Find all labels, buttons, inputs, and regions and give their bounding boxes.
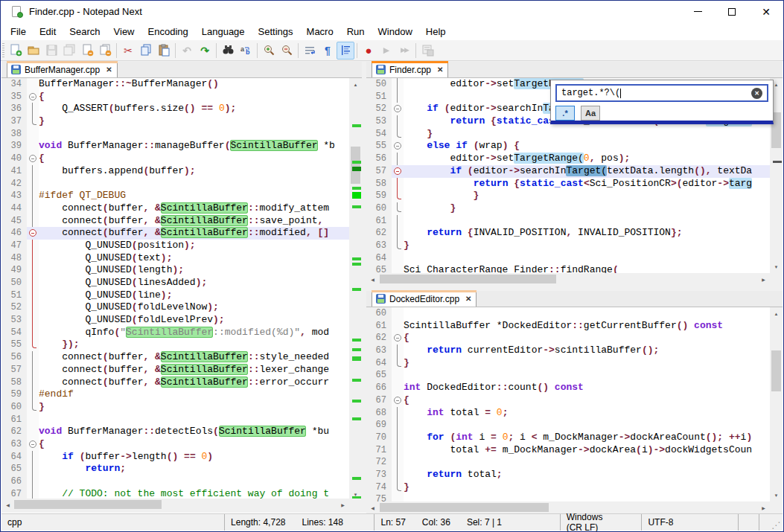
code-line[interactable]: 55 else if (wrap) {	[366, 140, 770, 153]
scrollbar-thumb[interactable]	[351, 147, 360, 184]
code-line[interactable]: 60 }	[366, 202, 770, 215]
code-line[interactable]: 62{	[366, 332, 770, 344]
replace-button[interactable]: ab	[237, 42, 255, 60]
macro-run-multiple-button[interactable]: ▶▶	[395, 42, 413, 60]
code-line[interactable]: 53 Q_UNUSED(foldLevelPrev);	[1, 314, 349, 327]
code-line[interactable]: 67{	[366, 394, 770, 407]
open-file-button[interactable]	[25, 42, 42, 60]
code-line[interactable]: 58 return {static_cast<Sci_PositionCR>(e…	[366, 178, 770, 190]
code-line[interactable]: 74}	[366, 481, 770, 494]
minimize-button[interactable]	[681, 1, 715, 22]
status-cursor-position[interactable]: Ln: 57 Col: 36 Sel: 7 | 1	[374, 514, 559, 531]
horizontal-scrollbar[interactable]: ◀ ▶	[1, 499, 349, 510]
macro-record-button[interactable]: ●	[360, 42, 377, 60]
code-line[interactable]: 57 connect(buffer, &ScintillaBuffer::lex…	[1, 364, 349, 376]
code-editor-buffermanager[interactable]: 34BufferManager::~BufferManager()35{36 Q…	[1, 78, 349, 501]
code-line[interactable]: 36 Q_ASSERT(buffers.size() == 0);	[1, 103, 349, 115]
scrollbar-thumb[interactable]	[771, 350, 781, 391]
status-eol-mode[interactable]: Windows (CR LF)	[560, 514, 642, 531]
code-line[interactable]: 65Sci_CharacterRange Finder::findRange(	[366, 264, 770, 273]
save-all-button[interactable]	[60, 42, 78, 60]
save-button[interactable]	[42, 42, 60, 60]
zoom-out-button[interactable]	[278, 42, 296, 60]
menu-search[interactable]: Search	[63, 24, 106, 39]
scrollbar-thumb[interactable]	[380, 503, 549, 512]
clear-search-button[interactable]: ✕	[751, 88, 762, 99]
code-line[interactable]: 43#ifdef QT_DEBUG	[1, 190, 349, 202]
scroll-up-arrow[interactable]: ▲	[349, 78, 362, 91]
paste-button[interactable]	[155, 42, 173, 60]
code-line[interactable]: 51 Q_UNUSED(line);	[1, 289, 349, 302]
code-line[interactable]: 54 }	[366, 128, 770, 141]
fold-marker-icon[interactable]	[27, 227, 39, 240]
tab-close-icon[interactable]: ✕	[437, 65, 443, 74]
fold-marker-icon[interactable]	[392, 103, 404, 115]
macro-save-button[interactable]	[418, 42, 436, 60]
menu-window[interactable]: Window	[372, 24, 419, 39]
scroll-up-arrow[interactable]: ▲	[770, 307, 783, 320]
code-line[interactable]: 60	[366, 307, 770, 320]
code-line[interactable]: 45 connect(buffer, &ScintillaBuffer::sav…	[1, 215, 349, 228]
find-button[interactable]	[219, 42, 237, 60]
status-language[interactable]: cpp	[1, 514, 224, 531]
code-line[interactable]: 68 int total = 0;	[366, 407, 770, 420]
fold-marker-icon[interactable]	[392, 165, 404, 178]
code-line[interactable]: 54 qInfo("ScintillaBuffer::modified(%d)"…	[1, 327, 349, 339]
fold-marker-icon[interactable]	[27, 438, 39, 451]
code-line[interactable]: 57 if (editor->searchInTarget(textData.l…	[366, 165, 770, 178]
tab-dockededitor-cpp[interactable]: DockedEditor.cpp ✕	[372, 290, 477, 307]
code-line[interactable]: 52 Q_UNUSED(foldLevelNow);	[1, 301, 349, 314]
regex-toggle-button[interactable]: .*	[555, 106, 575, 121]
code-line[interactable]: 62 return {INVALID_POSITION, INVALID_POS…	[366, 227, 770, 240]
code-line[interactable]: 61	[366, 215, 770, 228]
close-all-files-button[interactable]	[96, 42, 114, 60]
code-line[interactable]: 65	[366, 369, 770, 382]
tab-close-icon[interactable]: ✕	[465, 295, 471, 303]
code-line[interactable]: 37}	[1, 115, 349, 128]
code-line[interactable]: 56 editor->setTargetRange(0, pos);	[366, 153, 770, 165]
menu-language[interactable]: Language	[195, 24, 252, 39]
code-line[interactable]: 72	[366, 456, 770, 469]
close-button[interactable]: ✕	[749, 1, 783, 22]
menu-settings[interactable]: Settings	[252, 24, 300, 39]
menu-macro[interactable]: Macro	[300, 24, 340, 39]
code-line[interactable]: 71 total += m_DockManager->dockArea(i)->…	[366, 444, 770, 457]
fold-marker-icon[interactable]	[392, 332, 404, 344]
code-line[interactable]: 55 });	[1, 339, 349, 351]
code-line[interactable]: 66int DockedEditor::count() const	[366, 382, 770, 394]
code-line[interactable]: 63 return currentEditor->scintillaBuffer…	[366, 344, 770, 357]
code-line[interactable]: 48 Q_UNUSED(text);	[1, 252, 349, 265]
cut-button[interactable]: ✂	[119, 42, 137, 60]
scroll-left-arrow[interactable]: ◀	[366, 501, 379, 513]
fold-marker-icon[interactable]	[27, 153, 39, 165]
menu-edit[interactable]: Edit	[33, 24, 63, 39]
status-encoding[interactable]: UTF-8	[641, 514, 738, 531]
code-line[interactable]: 61ScintillaBuffer *DockedEditor::getCurr…	[366, 320, 770, 333]
scroll-down-arrow[interactable]: ▼	[770, 489, 783, 501]
resize-grip[interactable]: ⋰	[771, 520, 783, 531]
scroll-left-arrow[interactable]: ◀	[366, 273, 379, 285]
scrollbar-thumb[interactable]	[14, 500, 162, 509]
code-line[interactable]: 34BufferManager::~BufferManager()	[1, 78, 349, 91]
code-line[interactable]: 66	[1, 475, 349, 488]
code-line[interactable]: 47 Q_UNUSED(position);	[1, 240, 349, 252]
tab-finder-cpp[interactable]: Finder.cpp ✕	[372, 61, 448, 77]
horizontal-scrollbar[interactable]: ◀ ▶	[366, 273, 770, 285]
copy-button[interactable]	[137, 42, 155, 60]
fold-marker-icon[interactable]	[392, 140, 404, 153]
menu-encoding[interactable]: Encoding	[141, 24, 195, 39]
vertical-scrollbar[interactable]: ▲ ▼	[349, 78, 362, 501]
scroll-right-arrow[interactable]: ▶	[757, 273, 770, 285]
code-line[interactable]: 50 Q_UNUSED(linesAdded);	[1, 277, 349, 289]
code-line[interactable]: 63{	[1, 438, 349, 451]
code-line[interactable]: 64 if (buffer->length() == 0)	[1, 451, 349, 464]
code-line[interactable]: 58 connect(buffer, &ScintillaBuffer::err…	[1, 376, 349, 389]
code-line[interactable]: 49 Q_UNUSED(length);	[1, 264, 349, 277]
code-line[interactable]: 69	[366, 419, 770, 432]
menu-file[interactable]: File	[4, 24, 33, 39]
code-line[interactable]: 44 connect(buffer, &ScintillaBuffer::mod…	[1, 202, 349, 215]
code-line[interactable]: 70 for (int i = 0; i < m_DockManager->do…	[366, 432, 770, 444]
scroll-left-arrow[interactable]: ◀	[1, 499, 14, 510]
close-file-button[interactable]	[78, 42, 96, 60]
code-line[interactable]: 73 return total;	[366, 469, 770, 481]
